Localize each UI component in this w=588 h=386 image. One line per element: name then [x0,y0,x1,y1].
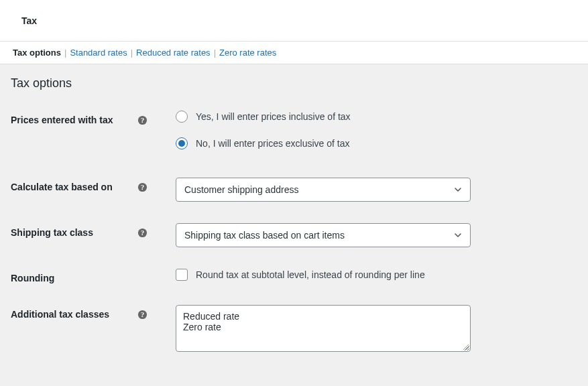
checkbox-label: Round tax at subtotal level, instead of … [196,269,425,280]
tab-standard-rates[interactable]: Standard rates [68,48,129,58]
radio-inclusive[interactable]: Yes, I will enter prices inclusive of ta… [176,111,577,123]
radio-group-prices: Yes, I will enter prices inclusive of ta… [176,111,577,149]
row-shipping-tax: Shipping tax class ? Shipping tax class … [11,223,577,247]
control-shipping-tax: Shipping tax class based on cart items [165,223,577,247]
checkbox-box-icon [176,269,188,281]
row-rounding: Rounding Round tax at subtotal level, in… [11,269,577,283]
radio-circle-icon [176,111,188,123]
label-text: Additional tax classes [11,309,109,320]
label-text: Prices entered with tax [11,115,113,125]
tab-tax-options[interactable]: Tax options [11,48,63,58]
select-value: Shipping tax class based on cart items [184,230,345,241]
separator: | [64,48,66,58]
control-rounding: Round tax at subtotal level, instead of … [165,269,577,281]
help-icon[interactable]: ? [137,309,148,320]
checkbox-rounding[interactable]: Round tax at subtotal level, instead of … [176,269,577,281]
label-text: Rounding [11,273,54,283]
radio-label: No, I will enter prices exclusive of tax [196,138,350,149]
row-prices-entered: Prices entered with tax ? Yes, I will en… [11,111,577,149]
svg-text:?: ? [140,184,143,191]
help-icon[interactable]: ? [137,227,148,238]
label-text: Shipping tax class [11,227,93,238]
svg-text:?: ? [140,117,143,124]
label-rounding: Rounding [11,269,165,283]
page-title: Tax [21,15,37,26]
radio-label: Yes, I will enter prices inclusive of ta… [196,111,351,122]
svg-text:?: ? [140,311,143,318]
sub-tab-nav: Tax options | Standard rates | Reduced r… [0,42,588,64]
label-text: Calculate tax based on [11,182,113,192]
chevron-down-icon [454,186,462,194]
help-icon[interactable]: ? [137,115,148,125]
separator: | [214,48,216,58]
row-calc-tax: Calculate tax based on ? Customer shippi… [11,178,577,202]
page-header: Tax [0,0,588,42]
label-prices-entered: Prices entered with tax ? [11,111,165,125]
section-title: Tax options [11,76,577,90]
svg-text:?: ? [140,229,143,237]
separator: | [131,48,133,58]
select-calc-tax[interactable]: Customer shipping address [176,178,471,202]
help-icon[interactable]: ? [137,182,148,192]
label-calc-tax: Calculate tax based on ? [11,178,165,192]
textarea-additional-classes[interactable]: Reduced rate Zero rate [176,305,471,352]
label-shipping-tax: Shipping tax class ? [11,223,165,238]
tab-reduced-rate[interactable]: Reduced rate rates [134,48,213,58]
radio-circle-icon [176,137,188,149]
control-additional-classes: Reduced rate Zero rate [165,305,577,352]
settings-content: Tax options Prices entered with tax ? Ye… [0,64,588,364]
label-additional-classes: Additional tax classes ? [11,305,165,320]
chevron-down-icon [454,231,462,239]
control-prices-entered: Yes, I will enter prices inclusive of ta… [165,111,577,149]
radio-exclusive[interactable]: No, I will enter prices exclusive of tax [176,137,577,149]
select-value: Customer shipping address [184,184,298,195]
control-calc-tax: Customer shipping address [165,178,577,202]
select-shipping-tax[interactable]: Shipping tax class based on cart items [176,223,471,247]
tab-zero-rate[interactable]: Zero rate rates [217,48,278,58]
row-additional-classes: Additional tax classes ? Reduced rate Ze… [11,305,577,352]
